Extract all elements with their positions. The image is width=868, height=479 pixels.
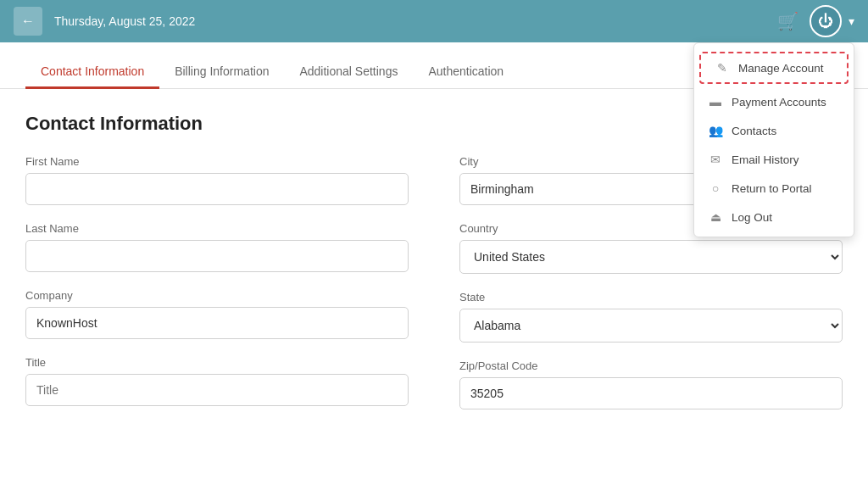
- last-name-label: Last Name: [25, 222, 409, 235]
- manage-account-label: Manage Account: [738, 62, 824, 75]
- header-date: Thursday, August 25, 2022: [54, 14, 195, 28]
- log-out-item[interactable]: ⏏ Log Out: [694, 203, 854, 231]
- company-group: Company: [25, 289, 409, 339]
- title-group: Title: [25, 356, 409, 406]
- title-label: Title: [25, 356, 409, 369]
- back-button[interactable]: ←: [14, 7, 42, 36]
- contacts-item[interactable]: 👥 Contacts: [694, 116, 854, 145]
- first-name-input[interactable]: [25, 173, 409, 205]
- logout-icon: ⏏: [708, 210, 723, 224]
- edit-icon: ✎: [715, 61, 730, 75]
- zip-input[interactable]: [459, 377, 843, 409]
- chevron-down-icon: ▾: [849, 14, 854, 28]
- cart-button[interactable]: 🛒: [772, 6, 803, 36]
- dropdown-toggle-button[interactable]: ▾: [849, 14, 854, 28]
- form-left-col: First Name Last Name Company Title: [25, 155, 409, 426]
- first-name-group: First Name: [25, 155, 409, 205]
- state-group: State Alabama Alaska Arizona: [459, 291, 843, 343]
- cart-icon: 🛒: [777, 11, 798, 31]
- email-history-label: Email History: [732, 153, 799, 166]
- country-select[interactable]: United States Canada United Kingdom: [459, 240, 843, 274]
- company-input[interactable]: [25, 307, 409, 339]
- back-icon: ←: [21, 14, 35, 29]
- manage-account-item[interactable]: ✎ Manage Account: [701, 53, 847, 82]
- tab-authentication[interactable]: Authentication: [413, 56, 519, 89]
- zip-group: Zip/Postal Code: [459, 359, 843, 409]
- state-label: State: [459, 291, 843, 304]
- header: ← Thursday, August 25, 2022 🛒 ⏻ ▾: [0, 0, 868, 42]
- contacts-icon: 👥: [708, 124, 723, 137]
- tab-contact[interactable]: Contact Information: [25, 56, 159, 89]
- power-button[interactable]: ⏻: [810, 5, 842, 37]
- email-history-item[interactable]: ✉ Email History: [694, 145, 854, 174]
- contacts-label: Contacts: [732, 125, 776, 137]
- header-right: 🛒 ⏻ ▾: [772, 5, 854, 37]
- tab-billing[interactable]: Billing Information: [159, 56, 284, 89]
- last-name-group: Last Name: [25, 222, 409, 272]
- manage-account-wrapper: ✎ Manage Account: [699, 52, 849, 84]
- company-label: Company: [25, 289, 409, 302]
- payment-icon: ▬: [708, 95, 723, 109]
- zip-label: Zip/Postal Code: [459, 359, 843, 372]
- last-name-input[interactable]: [25, 240, 409, 272]
- dropdown-menu: ✎ Manage Account ▬ Payment Accounts 👥 Co…: [693, 42, 854, 237]
- payment-accounts-label: Payment Accounts: [732, 96, 826, 109]
- log-out-label: Log Out: [732, 211, 772, 224]
- state-select[interactable]: Alabama Alaska Arizona: [459, 309, 843, 343]
- return-to-portal-label: Return to Portal: [732, 182, 812, 195]
- title-input[interactable]: [25, 374, 409, 406]
- return-to-portal-item[interactable]: ○ Return to Portal: [694, 174, 854, 203]
- email-icon: ✉: [708, 153, 723, 166]
- header-left: ← Thursday, August 25, 2022: [14, 7, 195, 36]
- power-icon: ⏻: [818, 13, 833, 31]
- portal-icon: ○: [708, 181, 723, 195]
- first-name-label: First Name: [25, 155, 409, 168]
- tab-additional[interactable]: Additional Settings: [284, 56, 413, 89]
- payment-accounts-item[interactable]: ▬ Payment Accounts: [694, 87, 854, 116]
